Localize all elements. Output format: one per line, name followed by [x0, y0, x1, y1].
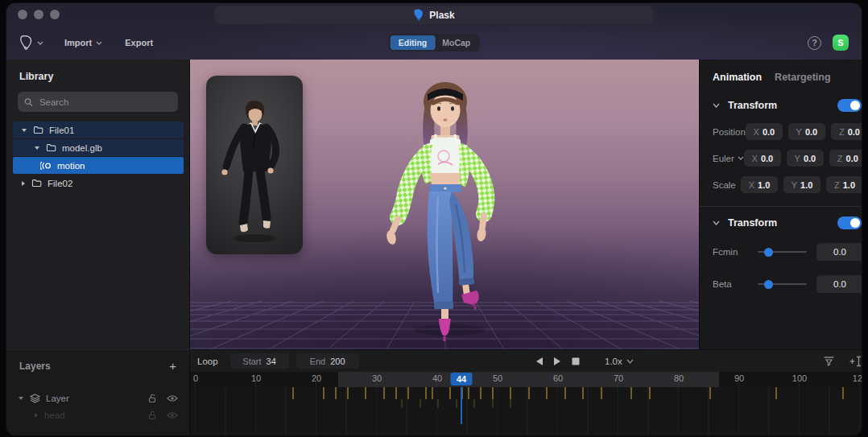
transform-toggle[interactable]	[837, 99, 862, 112]
fcmin-label: Fcmin	[713, 247, 758, 257]
tab-mocap[interactable]: MoCap	[435, 35, 477, 50]
ruler-tick: 10	[251, 373, 261, 383]
unlock-icon[interactable]	[147, 394, 157, 403]
export-button[interactable]: Export	[125, 38, 153, 47]
tree-item-file02[interactable]: File02	[13, 175, 184, 192]
fcmin-value[interactable]: 0.0	[816, 243, 862, 261]
logo-menu-button[interactable]	[19, 35, 43, 50]
play-button[interactable]	[552, 356, 563, 367]
chevron-down-icon	[713, 221, 720, 225]
scale-x-field[interactable]: X1.0	[741, 176, 778, 193]
viewport-3d[interactable]	[190, 60, 699, 349]
zoom-window-icon[interactable]	[50, 10, 60, 19]
scale-y-field[interactable]: Y1.0	[783, 176, 820, 193]
import-button[interactable]: Import	[64, 38, 102, 47]
unlock-icon[interactable]	[147, 410, 157, 420]
ruler-tick: 40	[432, 373, 442, 383]
close-window-icon[interactable]	[18, 10, 27, 19]
tab-animation[interactable]: Animation	[713, 72, 762, 83]
scale-label: Scale	[713, 180, 741, 190]
section-title: Transform	[728, 100, 777, 111]
euler-x-field[interactable]: X0.0	[744, 150, 781, 167]
filter-toggle[interactable]	[837, 216, 862, 229]
loop-label[interactable]: Loop	[197, 357, 218, 366]
search-input[interactable]	[38, 97, 172, 108]
layer-row-head[interactable]: head	[6, 406, 189, 423]
ruler-tick: 30	[372, 373, 382, 383]
euler-z-field[interactable]: Z0.0	[829, 150, 862, 167]
chevron-right-icon[interactable]	[21, 180, 26, 187]
layer-label: Layer	[46, 394, 69, 403]
beta-value[interactable]: 0.0	[816, 275, 862, 293]
filter-section-header[interactable]: Transform	[700, 210, 862, 236]
tree-item-label: File02	[48, 179, 72, 188]
tree-item-motion[interactable]: motion	[13, 157, 184, 174]
chevron-down-icon[interactable]	[34, 146, 40, 150]
stop-button[interactable]	[570, 356, 581, 367]
eye-icon[interactable]	[167, 411, 178, 419]
ruler-tick: 120	[853, 373, 862, 383]
position-y-field[interactable]: Y0.0	[788, 123, 825, 140]
minimize-window-icon[interactable]	[34, 10, 43, 19]
fcmin-row: Fcmin 0.0	[700, 236, 862, 268]
position-z-field[interactable]: Z0.0	[831, 123, 862, 140]
transform-section-header[interactable]: Transform	[700, 93, 862, 118]
scale-z-field[interactable]: Z1.0	[826, 176, 862, 193]
loop-start-input[interactable]: Start 34	[230, 353, 289, 369]
add-layer-button[interactable]: +	[169, 360, 176, 372]
window-controls[interactable]	[18, 10, 60, 19]
euler-y-field[interactable]: Y0.0	[787, 150, 824, 167]
folder-icon	[33, 126, 43, 134]
tree-item-label: File01	[49, 126, 74, 135]
folder-icon	[46, 143, 56, 152]
ruler-tick: 0	[193, 373, 198, 383]
keyframe-filter-icon[interactable]	[823, 356, 835, 367]
toolbar: Import Export Editing MoCap ? S	[6, 26, 862, 60]
beta-label: Beta	[713, 279, 758, 289]
layer-row[interactable]: Layer	[6, 390, 189, 406]
euler-row: Euler X0.0 Y0.0 Z0.0	[700, 145, 862, 171]
tab-retargeting[interactable]: Retargeting	[775, 72, 830, 83]
character-model[interactable]	[190, 60, 699, 349]
timeline-fit-icon[interactable]	[849, 356, 862, 367]
eye-icon[interactable]	[167, 394, 178, 402]
motion-icon	[40, 161, 52, 171]
ruler-tick: 100	[792, 373, 807, 383]
timeline-tracks[interactable]	[190, 387, 862, 435]
chevron-right-icon[interactable]	[34, 412, 39, 418]
playhead[interactable]	[461, 387, 462, 424]
app-window: Plask Import Export	[6, 3, 862, 435]
titlebar-tab: Plask	[215, 6, 654, 24]
tree-item-model-glb[interactable]: model.glb	[13, 139, 184, 156]
titlebar: Plask	[6, 3, 862, 26]
ruler-tick: 90	[734, 373, 744, 383]
export-label: Export	[125, 38, 153, 47]
avatar[interactable]: S	[833, 35, 849, 51]
position-x-field[interactable]: X0.0	[746, 123, 783, 140]
position-row: Position X0.0 Y0.0 Z0.0	[700, 118, 862, 145]
plask-logo-outline-icon	[19, 35, 33, 50]
current-frame-indicator[interactable]: 44	[451, 373, 473, 385]
folder-icon	[31, 179, 42, 188]
step-back-button[interactable]	[533, 356, 544, 367]
beta-slider[interactable]	[758, 279, 807, 289]
loop-end-input[interactable]: End 200	[296, 353, 359, 369]
chevron-down-icon	[96, 41, 102, 45]
ruler-tick: 50	[493, 373, 502, 383]
playback-speed-dropdown[interactable]: 1.0x	[605, 357, 634, 366]
ruler-tick: 20	[312, 373, 321, 383]
mode-switcher: Editing MoCap	[389, 34, 480, 52]
tab-editing[interactable]: Editing	[391, 35, 436, 50]
layers-title: Layers	[19, 361, 51, 372]
help-icon[interactable]: ?	[808, 36, 821, 50]
chevron-down-icon[interactable]	[21, 128, 27, 133]
timeline-ruler[interactable]: 0 10 20 30 40 50 60 70 80 90 100 120 44	[190, 372, 862, 387]
search-box[interactable]	[18, 92, 178, 112]
tree-item-label: motion	[57, 161, 85, 171]
euler-dropdown[interactable]: Euler	[713, 154, 744, 163]
header: Plask Import Export	[6, 3, 862, 60]
tree-item-file01[interactable]: File01	[13, 122, 184, 138]
section-title: Transform	[728, 217, 777, 229]
chevron-down-icon[interactable]	[18, 396, 24, 401]
fcmin-slider[interactable]	[758, 247, 807, 257]
